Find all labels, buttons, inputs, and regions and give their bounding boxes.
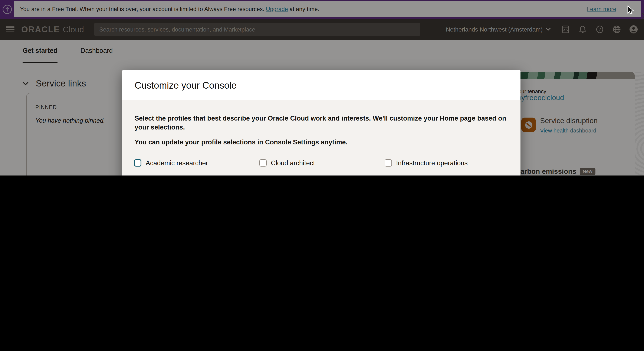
mouse-cursor	[627, 6, 636, 15]
profile-column-2: Cloud architect Database engineer DevOps…	[260, 159, 330, 176]
modal-intro-text: Select the profiles that best describe y…	[134, 114, 521, 132]
oracle-cloud-console: You are in a Free Trial. When your trial…	[0, 0, 644, 176]
profile-option[interactable]: Infrastructure operations	[384, 159, 468, 166]
modal-title: Customize your Console	[134, 80, 236, 91]
profile-option[interactable]: Academic researcher	[134, 159, 218, 166]
customize-console-modal: Customize your Console Select the profil…	[122, 70, 520, 176]
profile-column-1: Academic researcher Account administrato…	[134, 159, 218, 176]
checkbox-academic-researcher[interactable]	[134, 159, 142, 166]
checkbox-label: Cloud architect	[271, 159, 315, 167]
checkbox-label: Infrastructure operations	[396, 159, 468, 167]
profile-option[interactable]: Cloud architect	[260, 159, 330, 166]
checkbox-cloud-architect[interactable]	[260, 159, 267, 166]
modal-note-text: You can update your profile selections i…	[134, 138, 521, 146]
checkbox-infrastructure-operations[interactable]	[384, 159, 392, 166]
profile-column-3: Infrastructure operations Low code devel…	[384, 159, 468, 176]
modal-body: Select the profiles that best describe y…	[122, 100, 520, 176]
checkbox-label: Academic researcher	[146, 159, 208, 167]
